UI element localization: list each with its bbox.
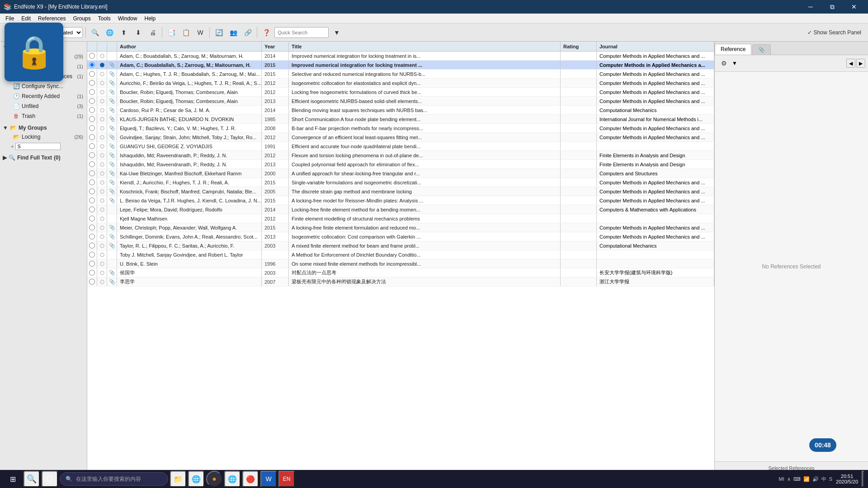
table-row[interactable]: 📎 李思学 2007 梁板壳有限元中的各种闭锁现象及解决方法 浙江大学学报 — [87, 277, 714, 286]
restore-button[interactable]: ⧉ — [822, 0, 843, 14]
table-row[interactable]: 📎 L. Beirao da Veiga, T.J.R. Hughes, J. … — [87, 196, 714, 205]
row-check[interactable] — [87, 223, 97, 232]
toolbar-print-btn[interactable]: 🖨 — [146, 26, 159, 39]
table-row[interactable]: Adam, C.; Bouabdallah, S.; Zarroug, M.; … — [87, 52, 714, 61]
sidebar-item-unfiled[interactable]: 📄 Unfiled (3) — [0, 101, 87, 111]
toolbar-help-btn[interactable]: ❓ — [260, 26, 273, 39]
expand-tray-icon[interactable]: ∧ — [787, 476, 791, 482]
sidebar-find-header[interactable]: ▶ 🔍 Find Full Text (0) — [0, 153, 87, 162]
row-check[interactable] — [87, 241, 97, 250]
table-row[interactable]: 📎 Bouclier, Robin; Elguedj, Thomas; Comb… — [87, 97, 714, 106]
sidebar-my-groups-header[interactable]: ▼ 📂 My Groups — [0, 123, 87, 132]
table-row[interactable]: 📎 Ishaquddin, Md; Raveendranath, P.; Red… — [87, 151, 714, 160]
toolbar-sync-btn[interactable]: 🔄 — [212, 26, 225, 39]
table-row[interactable]: 📎 Taylor, R. L.; Filippou, F. C.; Sarita… — [87, 241, 714, 250]
row-check[interactable] — [87, 115, 97, 123]
row-check[interactable] — [87, 250, 97, 259]
toolbar-connect-btn[interactable]: 🔗 — [241, 26, 254, 39]
nav-prev-btn[interactable]: ◀ — [846, 59, 855, 68]
table-row[interactable]: 📎 Bouclier, Robin; Elguedj, Thomas; Comb… — [87, 88, 714, 97]
right-panel-settings-btn[interactable]: ⚙ — [717, 57, 730, 70]
row-check[interactable] — [87, 277, 97, 286]
toolbar-online-search-btn[interactable]: 🌐 — [103, 26, 116, 39]
table-row[interactable]: 📎 Koschnick, Frank; Bischoff, Manfred; C… — [87, 187, 714, 196]
taskbar-file-explorer-btn[interactable]: 📁 — [170, 471, 186, 487]
table-row[interactable]: 📎 Govindjee, Sanjay; Strain, John; Mitch… — [87, 133, 714, 142]
sidebar-item-trash[interactable]: 🗑 Trash (1) — [0, 111, 87, 121]
menu-tools[interactable]: Tools — [94, 14, 114, 23]
menu-edit[interactable]: Edit — [18, 14, 34, 23]
table-row[interactable]: 📎 Elguedj, T.; Bazilevs, Y.; Calo, V. M.… — [87, 124, 714, 133]
taskbar-task-view-btn[interactable]: ⬡ — [42, 471, 58, 487]
tab-reference[interactable]: Reference — [715, 44, 751, 55]
menu-references[interactable]: References — [34, 14, 69, 23]
row-check[interactable] — [87, 79, 97, 87]
table-row[interactable]: 📎 Auricchio, F.; Beirão da Veiga, L.; Hu… — [87, 79, 714, 88]
taskbar-edge-btn[interactable]: 🌐 — [188, 471, 204, 487]
row-check[interactable] — [87, 214, 97, 223]
row-check[interactable] — [87, 151, 97, 160]
row-check[interactable] — [87, 259, 97, 268]
table-row[interactable]: Lepe, Felipe; Mora, David; Rodríguez, Ro… — [87, 205, 714, 214]
taskbar-search-input[interactable] — [76, 476, 157, 482]
row-check[interactable] — [87, 178, 97, 187]
row-check[interactable] — [87, 142, 97, 150]
row-check[interactable] — [87, 205, 97, 214]
row-check[interactable] — [87, 160, 97, 169]
table-row[interactable]: 📎 Cardoso, Rui P. R.; Cesar de Sa, J. M.… — [87, 106, 714, 115]
row-check[interactable] — [87, 70, 97, 78]
menu-groups[interactable]: Groups — [69, 14, 94, 23]
taskbar-search-icon[interactable]: 🔍 — [24, 471, 40, 487]
table-row[interactable]: 📎 GUANGYU SHI, GEORGE Z. VOYIADJIS 1991 … — [87, 142, 714, 151]
menu-file[interactable]: File — [2, 14, 18, 23]
col-header-title[interactable]: Title — [289, 42, 561, 51]
sidebar-item-configure-sync[interactable]: 🔄 Configure Sync... — [0, 81, 87, 91]
row-check[interactable] — [87, 133, 97, 141]
table-row[interactable]: 📎 侯国华 2003 对配点法的一点思考 长安大学学报(建筑与环境科学版) — [87, 268, 714, 277]
taskbar-app1-btn[interactable]: 🔴 — [242, 471, 259, 487]
toolbar-cite-btn[interactable]: 📋 — [179, 26, 192, 39]
toolbar-export-btn[interactable]: ⬆ — [118, 26, 130, 39]
toolbar-share-btn[interactable]: 👥 — [227, 26, 240, 39]
new-group-input[interactable] — [15, 143, 61, 150]
search-arrow-btn[interactable]: ▼ — [330, 26, 343, 39]
row-check[interactable] — [87, 268, 97, 277]
col-header-author[interactable]: Author — [117, 42, 262, 51]
tab-attachment[interactable]: 📎 — [752, 44, 771, 55]
row-check[interactable] — [87, 232, 97, 241]
row-check[interactable] — [87, 169, 97, 178]
minimize-button[interactable]: ─ — [800, 0, 821, 14]
col-header-check[interactable] — [87, 42, 97, 51]
table-row[interactable]: 📎 Schillinger, Dominik; Evans, John A.; … — [87, 232, 714, 241]
col-header-read[interactable] — [97, 42, 107, 51]
row-check[interactable] — [87, 124, 97, 132]
toolbar-import-btn[interactable]: ⬇ — [132, 26, 145, 39]
show-desktop-btn[interactable] — [862, 471, 864, 487]
taskbar-search-box[interactable]: 🔍 — [60, 472, 168, 486]
start-button[interactable]: ⊞ — [4, 471, 22, 487]
taskbar-ie-btn[interactable]: 🌐 — [224, 471, 241, 487]
table-row[interactable]: 📎 Ishaquddin, Md; Raveendranath, P.; Red… — [87, 160, 714, 169]
table-row[interactable]: 📎 Kiendl, J.; Auricchio, F.; Hughes, T. … — [87, 178, 714, 187]
table-row[interactable]: 📎 Adam, C.; Hughes, T. J. R.; Bouabdalla… — [87, 70, 714, 79]
table-row[interactable]: 📎 KLAUS-JURGEN BATHE; EDUARDO N. DVORKIN… — [87, 115, 714, 124]
sidebar-item-recently-added[interactable]: 🕐 Recently Added (1) — [0, 91, 87, 101]
col-header-rating[interactable]: Rating — [561, 42, 597, 51]
sidebar-add-group[interactable]: + — [0, 142, 87, 151]
row-check[interactable] — [87, 52, 97, 60]
table-row[interactable]: 📎 Adam, C.; Bouabdallah, S.; Zarroug, M.… — [87, 61, 714, 70]
table-row[interactable]: 📎 Kai-Uwe Bletzinger, Manfred Bischoff, … — [87, 169, 714, 178]
toolbar-word-btn[interactable]: W — [194, 26, 207, 39]
taskbar-chrome-btn[interactable]: ● — [206, 471, 222, 487]
close-button[interactable]: ✕ — [844, 0, 864, 14]
toolbar-format-btn[interactable]: 📑 — [165, 26, 178, 39]
col-header-year[interactable]: Year — [262, 42, 289, 51]
sidebar-item-locking[interactable]: 📂 Locking (26) — [0, 132, 87, 142]
row-check[interactable] — [87, 187, 97, 196]
row-check[interactable] — [87, 106, 97, 114]
taskbar-endnote-btn[interactable]: EN — [278, 471, 295, 487]
row-check[interactable] — [87, 88, 97, 96]
quick-search-input[interactable] — [274, 27, 329, 38]
row-check[interactable] — [87, 61, 97, 69]
table-row[interactable]: Kjell Magne Mathisen 2012 Finite element… — [87, 214, 714, 223]
